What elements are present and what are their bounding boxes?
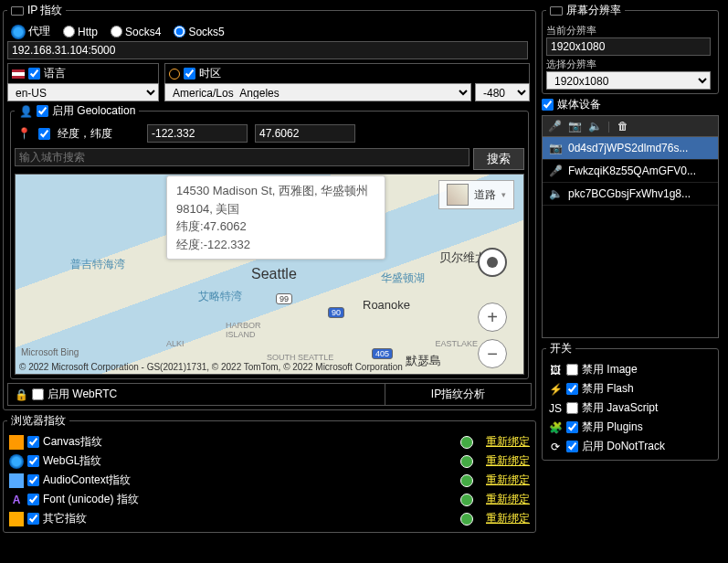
map-locate-button[interactable] [478, 248, 507, 277]
map-hwy-99: 99 [276, 293, 292, 304]
webrtc-label: 启用 WebRTC [47, 387, 117, 402]
font-icon: A [9, 493, 24, 507]
media-device-item[interactable]: 🔈pkc7BCGbsjFxWhv1g8... [543, 183, 718, 206]
coords-label: 经度，纬度 [58, 126, 140, 142]
rebind-link[interactable]: 重新绑定 [486, 453, 530, 469]
switch-label: 启用 DoNotTrack [582, 439, 665, 454]
map-water-pjs: 普吉特海湾 [70, 257, 125, 272]
coords-checkbox[interactable] [38, 128, 50, 140]
current-res-label: 当前分辨率 [546, 24, 714, 37]
js-icon: JS [548, 401, 563, 416]
switch-checkbox[interactable] [566, 421, 578, 433]
resolution-select[interactable]: 1920x1080 [546, 71, 711, 90]
switch-checkbox[interactable] [566, 383, 578, 395]
timezone-select[interactable]: America/Los_Angeles [164, 83, 471, 101]
fp-label: 其它指纹 [43, 511, 457, 526]
fp-checkbox[interactable] [27, 436, 39, 448]
rebind-link[interactable]: 重新绑定 [486, 492, 530, 507]
current-res-value [546, 37, 711, 56]
speaker-icon[interactable]: 🔈 [587, 119, 602, 133]
proxy-socks4-option[interactable]: Socks4 [111, 26, 161, 38]
proxy-type-row: 代理 Http Socks4 Socks5 [7, 22, 532, 41]
media-device-name: pkc7BCGbsjFxWhv1g8... [568, 187, 691, 200]
map-city-seattle: Seattle [251, 266, 297, 282]
ip-fingerprint-panel: IP 指纹 代理 Http Socks4 Socks5 [3, 3, 536, 410]
switches-title: 开关 [546, 341, 575, 356]
switch-checkbox[interactable] [566, 364, 578, 376]
fp-label: Font (unicode) 指纹 [43, 492, 457, 507]
switch-checkbox[interactable] [566, 402, 578, 414]
flash-icon: ⚡ [548, 382, 563, 397]
rebind-link[interactable]: 重新绑定 [486, 434, 530, 450]
language-checkbox[interactable] [28, 68, 40, 80]
city-search-input[interactable] [15, 148, 470, 166]
search-button[interactable]: 搜索 [473, 148, 524, 170]
switch-item: 🧩禁用 Plugins [546, 418, 714, 437]
media-device-item[interactable]: 🎤FwkzqiK8z55QAmGFV0... [543, 160, 718, 183]
switch-label: 禁用 Flash [582, 381, 634, 397]
status-ok-icon [460, 474, 473, 487]
map-hwy-405: 405 [372, 348, 393, 359]
map-zoom-in[interactable]: + [478, 303, 507, 332]
proxy-address-input[interactable] [7, 41, 528, 59]
media-devices-title: 媒体设备 [557, 97, 601, 112]
fp-checkbox[interactable] [27, 494, 39, 505]
rebind-link[interactable]: 重新绑定 [486, 473, 530, 488]
fp-checkbox[interactable] [27, 455, 39, 467]
fp-checkbox[interactable] [27, 513, 39, 525]
img-icon: 🖼 [548, 363, 563, 377]
dnt-icon: ⟳ [548, 440, 563, 454]
rebind-link[interactable]: 重新绑定 [486, 511, 530, 526]
map-thumb-icon [447, 184, 469, 206]
trash-icon[interactable]: 🗑 [616, 119, 630, 133]
media-device-name: 0d4sd7jWPS2dlmd76s... [568, 142, 688, 154]
monitor-icon [11, 6, 24, 16]
fp-label: WebGL指纹 [43, 453, 457, 469]
ip-analyze-button[interactable]: IP指纹分析 [385, 384, 531, 405]
map-type-control[interactable]: 道路 ▾ [438, 180, 514, 209]
status-ok-icon [460, 436, 473, 449]
map-city-roanoke: Roanoke [363, 298, 410, 312]
screen-resolution-panel: 屏幕分辨率 当前分辨率 选择分辨率 1920x1080 [542, 3, 719, 94]
switch-label: 禁用 Plugins [582, 420, 643, 435]
switches-panel: 开关 🖼禁用 Image⚡禁用 FlashJS禁用 JavaScript🧩禁用 … [542, 341, 719, 461]
camera-icon[interactable]: 📷 [567, 119, 582, 133]
fp-item: Canvas指纹重新绑定 [7, 432, 532, 451]
map-area-harbor: HARBOR ISLAND [226, 321, 261, 339]
ip-fp-title: IP 指纹 [27, 3, 62, 18]
screen-res-title: 屏幕分辨率 [566, 3, 621, 18]
media-device-name: FwkzqiK8z55QAmGFV0... [568, 165, 696, 177]
fp-checkbox[interactable] [27, 474, 39, 486]
switch-item: ⚡禁用 Flash [546, 379, 714, 398]
flag-icon [12, 69, 25, 79]
note-icon [9, 473, 24, 488]
fp-item: AudioContext指纹重新绑定 [7, 471, 532, 490]
fp-item: 其它指纹重新绑定 [7, 509, 532, 528]
longitude-input[interactable] [147, 124, 248, 143]
tool-icon [9, 512, 24, 526]
map-water-hwdh: 华盛顿湖 [381, 271, 425, 286]
media-devices-checkbox[interactable] [542, 99, 554, 111]
mic-icon[interactable]: 🎤 [547, 119, 562, 133]
proxy-socks5-option[interactable]: Socks5 [174, 26, 224, 38]
proxy-agent-option[interactable]: 代理 [11, 24, 50, 39]
geolocation-checkbox[interactable] [37, 105, 48, 117]
switch-checkbox[interactable] [566, 441, 578, 452]
map-city-mercer: 默瑟島 [406, 353, 441, 369]
media-device-item[interactable]: 📷0d4sd7jWPS2dlmd76s... [543, 137, 718, 160]
switch-label: 禁用 JavaScript [582, 400, 658, 416]
map[interactable]: 14530 Madison St, 西雅图, 华盛顿州 98104, 美国 纬度… [15, 174, 524, 375]
timezone-offset-select[interactable]: -480 [475, 83, 530, 101]
latitude-input[interactable] [255, 124, 355, 143]
map-zoom-out[interactable]: − [478, 339, 507, 368]
media-device-list: 📷0d4sd7jWPS2dlmd76s...🎤FwkzqiK8z55QAmGFV… [542, 137, 719, 338]
map-attribution: © 2022 Microsoft Corporation - GS(2021)1… [19, 362, 403, 372]
timezone-checkbox[interactable] [184, 68, 195, 80]
switch-label: 禁用 Image [582, 362, 638, 377]
webrtc-checkbox[interactable] [32, 388, 44, 400]
language-select[interactable]: en-US [7, 83, 159, 101]
fp-item: AFont (unicode) 指纹重新绑定 [7, 490, 532, 509]
canvas-icon [9, 435, 24, 450]
proxy-http-option[interactable]: Http [63, 26, 98, 38]
globe-icon [11, 25, 26, 39]
